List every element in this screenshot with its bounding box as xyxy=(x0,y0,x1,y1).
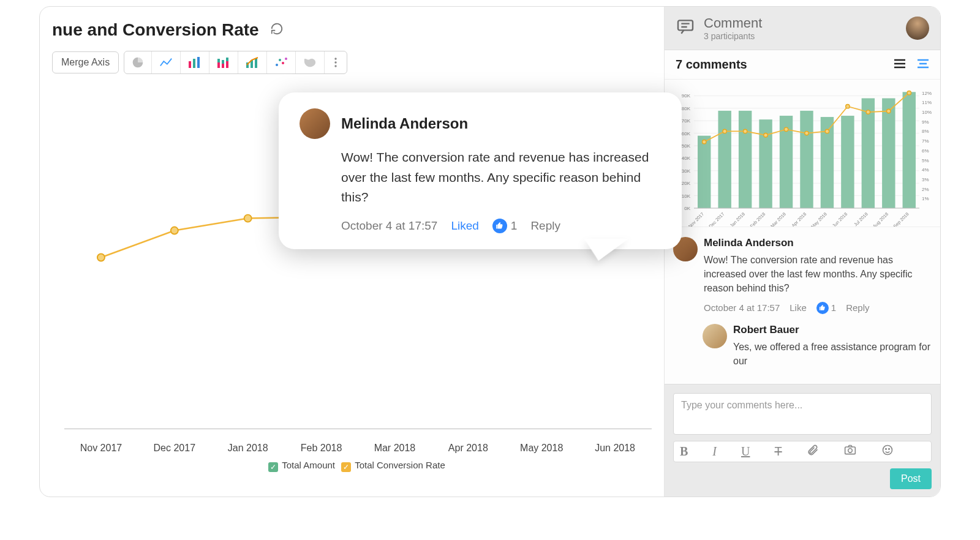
svg-text:Dec 2017: Dec 2017 xyxy=(708,211,726,227)
svg-text:Sep 2018: Sep 2018 xyxy=(892,211,910,227)
align-view-icon[interactable] xyxy=(917,58,929,72)
svg-text:Feb 2018: Feb 2018 xyxy=(749,211,767,227)
commenter-name: Melinda Anderson xyxy=(704,237,932,249)
svg-rect-64 xyxy=(718,111,731,208)
svg-text:Jul 2018: Jul 2018 xyxy=(853,211,869,227)
like-count: 1 xyxy=(831,302,836,313)
svg-text:10K: 10K xyxy=(682,193,691,199)
svg-rect-5 xyxy=(222,64,224,68)
svg-point-94 xyxy=(887,109,891,113)
svg-text:50K: 50K xyxy=(682,143,691,149)
camera-icon[interactable] xyxy=(843,444,857,459)
comment-time: October 4 at 17:57 xyxy=(341,219,437,233)
comment-time: October 4 at 17:57 xyxy=(704,302,780,313)
svg-text:5%: 5% xyxy=(922,158,929,163)
svg-point-86 xyxy=(723,129,726,133)
svg-point-100 xyxy=(885,449,886,450)
svg-point-101 xyxy=(888,449,889,450)
svg-point-88 xyxy=(764,133,767,137)
svg-text:Aug 2018: Aug 2018 xyxy=(872,211,889,227)
comment-item: Robert Bauer Yes, we offered a free assi… xyxy=(703,319,932,373)
svg-rect-1 xyxy=(193,59,195,68)
svg-text:May 2018: May 2018 xyxy=(810,211,828,227)
comment-body: Yes, we offered a free assistance progra… xyxy=(733,340,932,368)
reply-button[interactable]: Reply xyxy=(846,302,869,313)
svg-point-87 xyxy=(743,129,747,133)
current-user-avatar[interactable] xyxy=(906,17,929,40)
svg-text:7%: 7% xyxy=(922,138,929,144)
svg-point-17 xyxy=(334,61,336,63)
svg-point-90 xyxy=(805,131,809,135)
reply-button[interactable]: Reply xyxy=(530,219,560,233)
svg-rect-8 xyxy=(226,58,228,61)
svg-text:6%: 6% xyxy=(922,148,929,154)
mini-chart[interactable]: 0K10K20K30K40K50K60K70K80K90K1%2%3%4%5%6… xyxy=(665,80,940,227)
chart-legend: ✓Total Amount ✓Total Conversion Rate xyxy=(46,460,664,472)
emoji-icon[interactable] xyxy=(881,444,894,459)
svg-point-85 xyxy=(703,140,706,144)
svg-rect-6 xyxy=(222,60,224,64)
attachment-icon[interactable] xyxy=(807,444,819,459)
svg-text:8%: 8% xyxy=(922,129,929,134)
post-button[interactable]: Post xyxy=(890,468,932,489)
svg-point-92 xyxy=(846,104,850,108)
italic-icon[interactable]: I xyxy=(712,444,717,459)
chart-type-line-icon[interactable] xyxy=(151,51,180,73)
svg-point-15 xyxy=(285,58,287,60)
merge-axis-button[interactable]: Merge Axis xyxy=(52,51,119,73)
page-title: nue and Conversion Rate xyxy=(52,20,259,40)
svg-rect-7 xyxy=(226,61,228,68)
comment-input[interactable]: Type your comments here... xyxy=(673,393,932,435)
svg-text:9%: 9% xyxy=(922,119,929,125)
svg-point-99 xyxy=(883,446,892,455)
chart-type-pie-icon[interactable] xyxy=(124,51,151,73)
svg-text:1%: 1% xyxy=(922,196,929,201)
svg-text:10%: 10% xyxy=(922,110,932,115)
svg-point-98 xyxy=(848,449,852,453)
svg-rect-68 xyxy=(800,111,813,208)
svg-text:Jan 2018: Jan 2018 xyxy=(729,211,746,227)
comment-item: Melinda Anderson Wow! The conversion rat… xyxy=(673,232,932,319)
comment-icon xyxy=(676,17,695,39)
bold-icon[interactable]: B xyxy=(680,444,688,459)
svg-rect-63 xyxy=(698,136,710,208)
svg-rect-70 xyxy=(841,116,854,208)
comment-body: Wow! The conversion rate and revenue has… xyxy=(341,148,661,208)
commenter-name: Robert Bauer xyxy=(733,324,932,336)
svg-text:70K: 70K xyxy=(682,118,691,124)
chart-type-bar-icon[interactable] xyxy=(180,51,209,73)
strike-icon[interactable]: T xyxy=(774,444,782,459)
svg-point-91 xyxy=(825,129,829,133)
svg-text:80K: 80K xyxy=(682,106,691,111)
svg-text:0K: 0K xyxy=(684,206,690,211)
svg-rect-73 xyxy=(903,92,916,208)
chart-type-scatter-icon[interactable] xyxy=(266,51,295,73)
chart-type-combo-icon[interactable] xyxy=(238,51,266,73)
avatar xyxy=(703,324,727,348)
like-count: 1 xyxy=(511,219,518,233)
underline-icon[interactable]: U xyxy=(741,444,750,459)
refresh-icon[interactable] xyxy=(270,22,284,38)
svg-rect-22 xyxy=(678,20,693,30)
svg-point-12 xyxy=(276,64,278,66)
comment-composer: Type your comments here... B I U T Post xyxy=(665,384,940,497)
chart-type-stacked-icon[interactable] xyxy=(209,51,238,73)
svg-point-13 xyxy=(279,59,281,61)
svg-text:Apr 2018: Apr 2018 xyxy=(791,211,808,227)
svg-text:40K: 40K xyxy=(682,156,691,161)
svg-text:3%: 3% xyxy=(922,177,929,182)
svg-text:4%: 4% xyxy=(922,167,929,173)
thumb-up-icon xyxy=(492,219,507,233)
list-view-icon[interactable] xyxy=(894,58,906,72)
svg-rect-0 xyxy=(189,61,191,68)
svg-point-16 xyxy=(334,58,336,59)
chart-more-icon[interactable] xyxy=(324,51,347,73)
svg-point-95 xyxy=(907,91,911,94)
like-button[interactable]: Like xyxy=(790,302,807,313)
svg-rect-3 xyxy=(217,62,220,68)
liked-button[interactable]: Liked xyxy=(451,219,478,233)
chart-toolbar: Merge Axis xyxy=(52,51,664,74)
svg-text:2%: 2% xyxy=(922,187,929,192)
panel-subtitle: 3 participants xyxy=(704,31,762,41)
chart-type-map-icon[interactable] xyxy=(295,51,324,73)
